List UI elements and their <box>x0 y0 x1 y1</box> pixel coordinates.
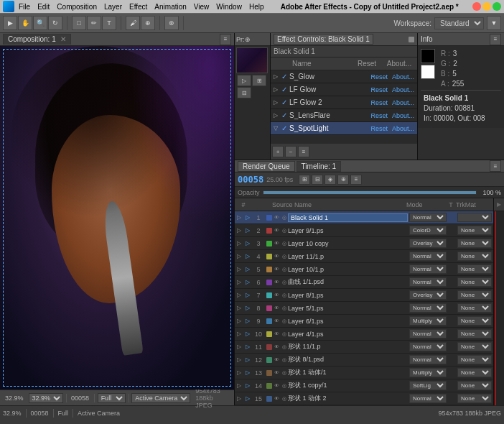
trkmat-select-13[interactable]: None <box>457 368 492 377</box>
play-15[interactable]: ▷ <box>243 395 252 402</box>
about-lfglow[interactable]: About... <box>391 86 416 93</box>
about-lfglow2[interactable]: About... <box>391 99 416 106</box>
play-8[interactable]: ▷ <box>243 305 252 311</box>
expand-4[interactable]: ▷ <box>235 253 243 259</box>
trkmat-select-14[interactable]: None <box>457 381 492 390</box>
effect-row-sglow[interactable]: ▷ ✓ S_Glow Reset About... <box>271 70 417 83</box>
project-btn-1[interactable]: ▷ <box>237 75 251 86</box>
effect-tab-close[interactable] <box>409 37 414 42</box>
menu-item-window[interactable]: Window <box>213 3 245 11</box>
solo-icon[interactable]: ◎ <box>281 331 287 337</box>
effect-row-lensflare[interactable]: ▷ ✓ S_LensFlare Reset About... <box>271 109 417 122</box>
reset-lensflare[interactable]: Reset <box>369 112 389 119</box>
layer-row-4[interactable]: ▷ ▷ 4 👁 ◎ Layer 11/1.p Normal <box>235 250 493 263</box>
mode-6[interactable]: Normal <box>408 277 447 287</box>
play-7[interactable]: ▷ <box>243 292 252 298</box>
solo-icon[interactable]: ◎ <box>281 227 287 234</box>
play-6[interactable]: ▷ <box>243 279 252 285</box>
layer-row-7[interactable]: ▷ ▷ 7 👁 ◎ Layer 8/1.ps Overlay <box>235 289 493 302</box>
select-tool[interactable]: ▶ <box>3 16 17 30</box>
layer-row-11[interactable]: ▷ ▷ 11 👁 ◎ 形状 11/1.p Normal <box>235 341 493 354</box>
expand-icon[interactable]: ▷ <box>272 112 279 119</box>
trkmat-15[interactable]: None <box>457 394 493 403</box>
enable-icon[interactable]: ✓ <box>281 99 288 106</box>
trkmat-select-1[interactable] <box>457 213 492 222</box>
workspace-menu-btn[interactable]: ▼ <box>487 16 501 30</box>
trkmat-1[interactable] <box>457 213 493 222</box>
mode-select-4[interactable]: Normal <box>409 252 447 261</box>
solo-icon[interactable]: ◎ <box>281 240 287 246</box>
eye-icon[interactable]: 👁 <box>274 356 280 363</box>
solo-icon[interactable]: ◎ <box>281 318 287 324</box>
mode-select-13[interactable]: Multiply <box>409 368 447 377</box>
close-button[interactable] <box>493 2 501 11</box>
mode-14[interactable]: SoftLig <box>408 381 447 390</box>
reset-spotlight[interactable]: Reset <box>369 125 389 132</box>
solo-icon[interactable]: ◎ <box>281 279 287 285</box>
layer-row-9[interactable]: ▷ ▷ 9 👁 ◎ Layer 6/1.ps Multiply <box>235 315 493 328</box>
trkmat-select-9[interactable]: None <box>457 316 492 326</box>
expand-icon[interactable]: ▷ <box>272 99 279 106</box>
solo-icon[interactable]: ◎ <box>281 369 287 376</box>
effect-row-spotlight[interactable]: ▽ ✓ S_SpotLight Reset About... <box>271 122 417 135</box>
menu-item-effect[interactable]: Effect <box>126 3 150 11</box>
play-1[interactable]: ▷ <box>243 214 252 221</box>
expand-1[interactable]: ▷ <box>235 214 243 221</box>
play-2[interactable]: ▷ <box>243 227 252 234</box>
mode-select-11[interactable]: Normal <box>409 342 447 351</box>
expand-14[interactable]: ▷ <box>235 382 243 389</box>
play-5[interactable]: ▷ <box>243 266 252 272</box>
comp-panel-menu[interactable]: ≡ <box>220 34 231 45</box>
mode-2[interactable]: ColorD <box>408 226 447 235</box>
about-sglow[interactable]: About... <box>391 73 416 80</box>
trkmat-2[interactable]: None <box>457 226 493 235</box>
layer-row-12[interactable]: ▷ ▷ 12 👁 ◎ 形状 8/1.psd Normal <box>235 354 493 367</box>
camera-select[interactable]: Active Camera <box>131 393 190 403</box>
trkmat-select-12[interactable]: None <box>457 355 492 364</box>
tl-btn-3[interactable]: ◈ <box>325 175 336 185</box>
tl-btn-4[interactable]: ⊕ <box>337 175 349 185</box>
mode-select-1[interactable]: Normal <box>409 213 447 222</box>
play-4[interactable]: ▷ <box>243 253 252 259</box>
trkmat-select-6[interactable]: None <box>457 277 492 287</box>
eye-icon[interactable]: 👁 <box>274 240 280 246</box>
effect-add-btn[interactable]: + <box>272 146 284 157</box>
reset-sglow[interactable]: Reset <box>369 73 389 80</box>
effect-row-lfglow[interactable]: ▷ ✓ LF Glow Reset About... <box>271 83 417 96</box>
trkmat-5[interactable]: None <box>457 264 493 274</box>
info-menu-btn[interactable]: ≡ <box>490 34 501 45</box>
effect-row-lfglow2[interactable]: ▷ ✓ LF Glow 2 Reset About... <box>271 96 417 109</box>
mode-11[interactable]: Normal <box>408 342 447 351</box>
solo-icon[interactable]: ◎ <box>281 395 287 402</box>
tl-btn-5[interactable]: ≡ <box>350 175 362 185</box>
trkmat-12[interactable]: None <box>457 355 493 364</box>
mode-select-14[interactable]: SoftLig <box>409 381 447 390</box>
composition-canvas[interactable] <box>0 46 234 390</box>
layer-row-8[interactable]: ▷ ▷ 8 👁 ◎ Layer 5/1.ps Normal <box>235 302 493 315</box>
trkmat-10[interactable]: None <box>457 329 493 338</box>
trkmat-14[interactable]: None <box>457 381 493 390</box>
enable-icon[interactable]: ✓ <box>281 125 288 132</box>
solo-icon[interactable]: ◎ <box>281 214 287 221</box>
mode-7[interactable]: Overlay <box>408 290 447 300</box>
brush-tool[interactable]: 🖌 <box>126 16 140 30</box>
mode-12[interactable]: Normal <box>408 355 447 364</box>
tl-btn-1[interactable]: ⊞ <box>299 175 310 185</box>
mode-8[interactable]: Normal <box>408 303 447 313</box>
solo-icon[interactable]: ◎ <box>281 305 287 311</box>
effect-controls-tab[interactable]: Effect Controls: Black Solid 1 <box>274 34 373 45</box>
eye-icon[interactable]: 👁 <box>274 305 280 311</box>
workspace-select[interactable]: Standard <box>434 17 484 29</box>
minimize-button[interactable] <box>472 2 481 11</box>
reset-lfglow2[interactable]: Reset <box>369 99 389 106</box>
expand-7[interactable]: ▷ <box>235 292 243 298</box>
menu-item-layer[interactable]: Layer <box>101 3 125 11</box>
trkmat-7[interactable]: None <box>457 290 493 300</box>
eye-icon[interactable]: 👁 <box>274 253 280 259</box>
mode-10[interactable]: Normal <box>408 329 447 338</box>
enable-icon[interactable]: ✓ <box>281 86 288 93</box>
maximize-button[interactable] <box>482 2 491 11</box>
mode-1[interactable]: Normal <box>408 213 447 222</box>
reset-lfglow[interactable]: Reset <box>369 86 389 93</box>
pen-tool[interactable]: ✏ <box>87 16 101 30</box>
